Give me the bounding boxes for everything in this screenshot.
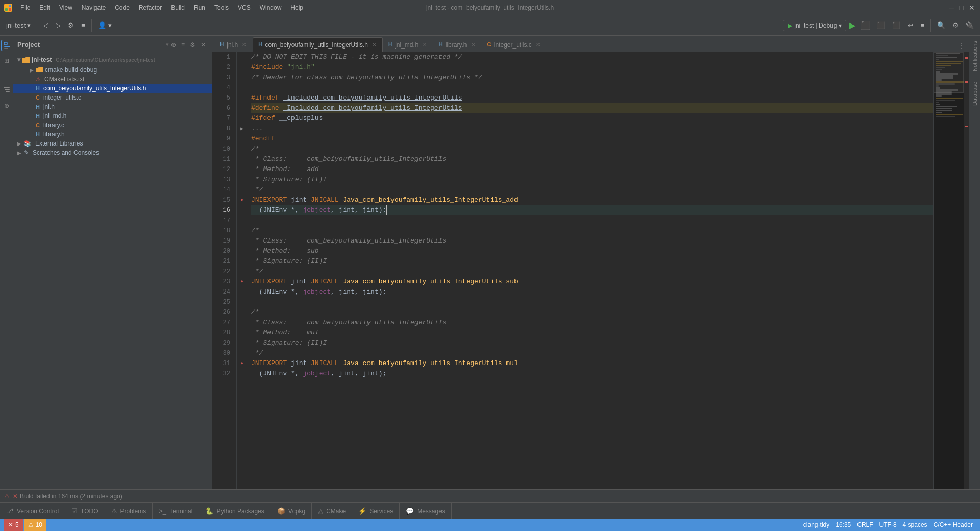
search-everywhere-button[interactable]: 🔍 — [934, 19, 948, 31]
sidebar-settings-button[interactable]: ⚙ — [188, 40, 198, 50]
close-sidebar-button[interactable]: ✕ — [199, 40, 208, 50]
project-dropdown[interactable]: jni-test ▾ — [3, 19, 34, 31]
gutter-21 — [237, 256, 247, 267]
sidebar-item-cmake-build[interactable]: ▶ cmake-build-debug — [13, 65, 212, 75]
code-editor[interactable]: 1 2 3 4 5 6 7 8 9 10 11 12 13 14 15 16 1 — [212, 52, 969, 489]
sidebar-item-integer-c[interactable]: C integer_utils.c — [13, 93, 212, 102]
database-label[interactable]: Database — [971, 77, 979, 111]
locate-file-button[interactable]: ⊕ — [169, 40, 178, 50]
close-button[interactable]: ✕ — [968, 4, 976, 12]
minimize-button[interactable]: ─ — [947, 4, 955, 12]
tab-integer-c[interactable]: C integer_utils.c ✕ — [482, 37, 547, 52]
code-content[interactable]: /* DO NOT EDIT THIS FILE - it is machine… — [247, 52, 933, 489]
tab-icon-com-h: H — [258, 42, 262, 47]
line-num-26: 26 — [212, 307, 232, 318]
tab-jni-h[interactable]: H jni.h ✕ — [214, 37, 253, 52]
plugins-button[interactable]: 🔌 — [963, 19, 977, 31]
maximize-button[interactable]: □ — [958, 4, 966, 12]
line-num-24: 24 — [212, 287, 232, 297]
tab-close-com-h[interactable]: ✕ — [371, 41, 377, 48]
collapse-button[interactable]: ≡ — [78, 19, 88, 31]
gutter-30 — [237, 348, 247, 358]
tab-problems[interactable]: ⚠ Problems — [105, 503, 153, 519]
menu-navigate[interactable]: Navigate — [78, 3, 110, 12]
minimap[interactable] — [933, 52, 964, 489]
run-config-dropdown[interactable]: ▶ jni_test | Debug ▾ — [783, 20, 846, 31]
menu-code[interactable]: Code — [111, 3, 134, 12]
tab-jni-md[interactable]: H jni_md.h ✕ — [383, 37, 433, 52]
minimap-viewport — [934, 52, 964, 93]
tab-messages[interactable]: 💬 Messages — [400, 503, 452, 519]
status-errors[interactable]: ✕ 5 — [4, 519, 23, 531]
status-line-ending[interactable]: CRLF — [854, 521, 876, 528]
sidebar-item-com-h[interactable]: H com_beiyoufamily_utils_IntegerUtils.h — [13, 84, 212, 93]
problems-icon: ⚠ — [111, 507, 117, 515]
status-charset[interactable]: UTF-8 — [876, 521, 900, 528]
menu-window[interactable]: Window — [256, 3, 286, 12]
menu-tools[interactable]: Tools — [210, 3, 233, 12]
notifications-label[interactable]: Notifications — [971, 36, 979, 77]
sidebar-item-jni-md[interactable]: H jni_md.h — [13, 111, 212, 120]
status-time[interactable]: 16:35 — [832, 521, 854, 528]
code-line-1: /* DO NOT EDIT THIS FILE - it is machine… — [251, 52, 933, 62]
status-warnings[interactable]: ⚠ 10 — [24, 519, 46, 531]
menu-edit[interactable]: Edit — [35, 3, 54, 12]
error-mark-2 — [965, 81, 968, 83]
sidebar-item-cmakelists[interactable]: ⚠ CMakeLists.txt — [13, 75, 212, 84]
project-arrow: ▾ — [17, 56, 20, 63]
line-num-25: 25 — [212, 297, 232, 307]
account-button[interactable]: 👤 ▾ — [95, 19, 115, 31]
debug-button[interactable]: ⬛ — [859, 19, 873, 31]
menu-file[interactable]: File — [16, 3, 34, 12]
sidebar-item-external-libs[interactable]: ▶ 📚 External Libraries — [13, 139, 212, 148]
menu-run[interactable]: Run — [190, 3, 209, 12]
tab-com-h[interactable]: H com_beiyoufamily_utils_IntegerUtils.h … — [253, 37, 383, 52]
sidebar-item-library-h[interactable]: H library.h — [13, 130, 212, 139]
collapse-all-button[interactable]: ≡ — [179, 40, 187, 50]
tab-version-control[interactable]: ⎇ Version Control — [0, 503, 65, 519]
menu-refactor[interactable]: Refactor — [135, 3, 166, 12]
tab-services[interactable]: ⚡ Services — [352, 503, 400, 519]
structure-icon[interactable] — [1, 85, 12, 96]
tab-todo[interactable]: ☑ TODO — [65, 503, 105, 519]
more-run-button[interactable]: ≡ — [917, 19, 927, 31]
tab-overflow-menu[interactable]: ⋮ — [957, 40, 967, 52]
gutter-23: ● — [237, 277, 247, 287]
sidebar-item-jni-h[interactable]: H jni.h — [13, 102, 212, 111]
tab-python-packages[interactable]: 🐍 Python Packages — [199, 503, 271, 519]
forward-button[interactable]: ▷ — [53, 19, 64, 31]
tab-close-jni-md[interactable]: ✕ — [422, 41, 428, 48]
gutter-8[interactable]: ▶ — [237, 124, 247, 134]
status-linter[interactable]: clang-tidy — [800, 521, 832, 528]
line-num-23: 23 — [212, 277, 232, 287]
tab-close-jni-h[interactable]: ✕ — [241, 41, 247, 48]
back-button[interactable]: ◁ — [40, 19, 52, 31]
expand-icon[interactable]: ⊕ — [1, 100, 12, 111]
status-filetype[interactable]: C/C++ Header — [930, 521, 976, 528]
tab-library-h[interactable]: H library.h ✕ — [433, 37, 482, 52]
tab-icon-integer-c: C — [487, 42, 491, 47]
coverage-button[interactable]: ⬛ — [889, 19, 903, 31]
tab-vcpkg[interactable]: 📦 Vcpkg — [271, 503, 312, 519]
stop-button[interactable]: ⬛ — [874, 19, 888, 31]
code-line-13: * Signature: (II)I — [251, 175, 933, 185]
run-button[interactable]: ▶ — [847, 19, 857, 31]
status-indent[interactable]: 4 spaces — [900, 521, 930, 528]
profiler-button[interactable]: ↩ — [904, 19, 916, 31]
project-root[interactable]: ▾ jni-test C:\Applications\CLion\workspa… — [13, 54, 212, 65]
tab-cmake[interactable]: △ CMake — [312, 503, 352, 519]
tab-terminal[interactable]: >_ Terminal — [153, 503, 199, 519]
project-icon[interactable] — [1, 40, 12, 51]
menu-build[interactable]: Build — [167, 3, 189, 12]
sidebar-item-library-c[interactable]: C library.c — [13, 120, 212, 130]
tab-close-library-h[interactable]: ✕ — [470, 41, 476, 48]
menu-help[interactable]: Help — [286, 3, 307, 12]
settings-button[interactable]: ⚙ — [65, 19, 77, 31]
bookmark-icon[interactable]: ⊞ — [1, 55, 12, 66]
settings2-button[interactable]: ⚙ — [949, 19, 962, 31]
menu-view[interactable]: View — [55, 3, 77, 12]
sidebar-item-scratches[interactable]: ▶ ✎ Scratches and Consoles — [13, 148, 212, 157]
scratches-arrow: ▶ — [17, 150, 21, 156]
tab-close-integer-c[interactable]: ✕ — [535, 41, 541, 48]
menu-vcs[interactable]: VCS — [234, 3, 255, 12]
